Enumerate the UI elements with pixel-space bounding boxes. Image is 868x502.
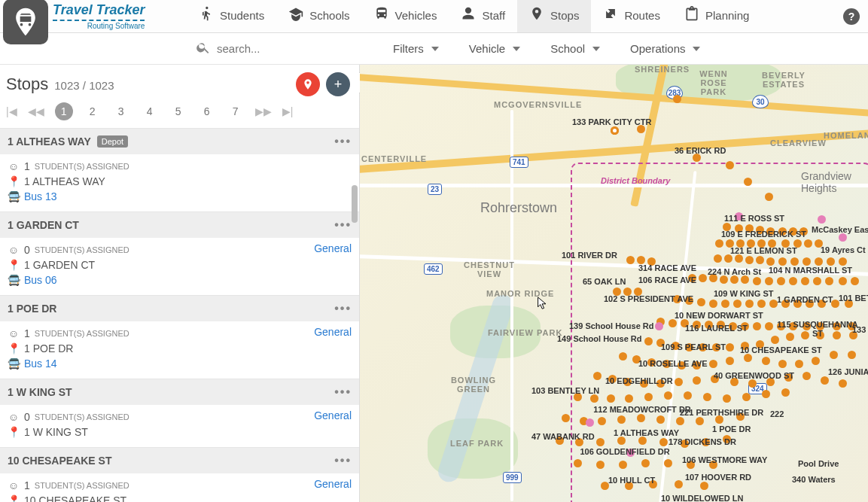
stop-pin-alt[interactable] <box>586 418 594 427</box>
stop-pin[interactable] <box>790 257 799 266</box>
stop-pin[interactable] <box>827 257 835 266</box>
stop-pin[interactable] <box>676 417 684 425</box>
stop-pin-alt[interactable] <box>818 215 826 224</box>
stop-pin[interactable] <box>748 379 757 388</box>
stop-pin[interactable] <box>684 391 692 400</box>
page-prev-icon[interactable]: ◀◀ <box>28 105 44 117</box>
locate-button[interactable] <box>296 72 320 96</box>
stop-pin[interactable] <box>673 95 681 103</box>
stop-item[interactable]: 1 ALTHEAS WAYDepot•••☺1 STUDENT(S) ASSIG… <box>0 128 359 211</box>
stop-pin[interactable] <box>669 319 677 327</box>
stop-menu-icon[interactable]: ••• <box>334 218 352 232</box>
stop-pin[interactable] <box>803 372 811 380</box>
stop-pin[interactable] <box>644 393 653 401</box>
page-5[interactable]: 5 <box>169 102 187 120</box>
stop-menu-icon[interactable]: ••• <box>334 385 352 399</box>
stop-pin[interactable] <box>693 376 701 385</box>
stop-pin[interactable] <box>745 300 754 308</box>
page-first-icon[interactable]: |◀ <box>6 105 17 117</box>
stop-pin[interactable] <box>733 300 742 308</box>
stop-pin[interactable] <box>709 300 717 308</box>
stop-pin-alt[interactable] <box>839 233 847 242</box>
stop-pin[interactable] <box>562 414 570 422</box>
stop-pin[interactable] <box>789 277 797 285</box>
stop-pin[interactable] <box>795 360 803 368</box>
stop-pin[interactable] <box>593 372 602 380</box>
page-7[interactable]: 7 <box>227 102 245 120</box>
stop-pin[interactable] <box>664 459 672 467</box>
stop-pin[interactable] <box>626 256 635 264</box>
help-button[interactable]: ? <box>835 0 868 32</box>
page-4[interactable]: 4 <box>141 102 159 120</box>
stop-pin[interactable] <box>596 438 605 446</box>
stop-item[interactable]: 1 POE DR•••General☺1 STUDENT(S) ASSIGNED… <box>0 295 359 379</box>
bus-link[interactable]: Bus 14 <box>24 357 57 370</box>
stop-pin[interactable] <box>644 337 653 345</box>
page-3[interactable]: 3 <box>112 102 130 120</box>
stop-pin[interactable] <box>762 357 770 365</box>
stop-pin[interactable] <box>821 376 829 385</box>
stop-pin[interactable] <box>723 394 731 403</box>
stop-pin[interactable] <box>625 394 633 403</box>
stop-pin[interactable] <box>598 417 606 425</box>
stop-pin[interactable] <box>753 322 761 330</box>
nav-students[interactable]: Students <box>187 0 276 32</box>
stop-pin[interactable] <box>641 459 650 467</box>
stop-pin[interactable] <box>696 417 704 425</box>
scrollbar-thumb[interactable] <box>352 185 358 223</box>
nav-schools[interactable]: Schools <box>276 0 361 32</box>
search-input[interactable] <box>217 42 330 55</box>
stop-pin[interactable] <box>720 275 728 284</box>
add-stop-button[interactable]: + <box>326 72 350 96</box>
stop-pin[interactable] <box>742 393 751 401</box>
stop-pin[interactable] <box>596 461 605 469</box>
map-canvas[interactable]: RohrerstownSHREINERSWENN ROSE PARKBEVERL… <box>360 65 868 502</box>
stop-pin[interactable] <box>675 378 683 386</box>
stop-item[interactable]: 1 GARDEN CT•••General☺0 STUDENT(S) ASSIG… <box>0 211 359 295</box>
stop-pin[interactable] <box>741 275 749 284</box>
stop-pin[interactable] <box>715 239 723 248</box>
stop-menu-icon[interactable]: ••• <box>334 454 352 467</box>
stop-item[interactable]: 1 W KING ST•••General☺0 STUDENT(S) ASSIG… <box>0 379 359 447</box>
stop-menu-icon[interactable]: ••• <box>334 135 352 148</box>
stop-pin[interactable] <box>730 275 739 284</box>
stop-pin[interactable] <box>619 352 627 361</box>
stop-pin[interactable] <box>656 415 665 424</box>
stop-pin[interactable] <box>777 277 785 285</box>
filter-operations[interactable]: Operations <box>615 42 715 55</box>
stop-pin[interactable] <box>839 257 847 266</box>
search-box[interactable] <box>190 40 355 58</box>
stop-pin[interactable] <box>726 357 734 365</box>
stop-pin[interactable] <box>714 254 722 263</box>
filter-vehicle[interactable]: Vehicle <box>454 42 535 55</box>
stop-pin[interactable] <box>801 277 809 285</box>
nav-stops[interactable]: Stops <box>517 0 591 32</box>
stop-pin-selected[interactable] <box>611 126 619 135</box>
stop-pin[interactable] <box>617 415 626 424</box>
stop-pin[interactable] <box>726 161 734 169</box>
page-6[interactable]: 6 <box>198 102 216 120</box>
stop-pin[interactable] <box>619 461 627 469</box>
stop-pin[interactable] <box>756 256 764 264</box>
stop-pin[interactable] <box>765 193 773 201</box>
stop-pin[interactable] <box>778 360 787 368</box>
stop-pin[interactable] <box>766 257 775 266</box>
stop-pin[interactable] <box>744 178 752 186</box>
stop-pin[interactable] <box>825 277 833 285</box>
stop-pin[interactable] <box>659 438 668 446</box>
stop-pin[interactable] <box>699 274 707 282</box>
bus-link[interactable]: Bus 06 <box>24 274 57 286</box>
stop-pin[interactable] <box>778 257 787 266</box>
nav-staff[interactable]: Staff <box>449 0 517 32</box>
stop-pin[interactable] <box>765 277 773 285</box>
filter-filters[interactable]: Filters <box>378 42 454 55</box>
page-2[interactable]: 2 <box>84 102 102 120</box>
stop-pin[interactable] <box>745 256 754 264</box>
filter-school[interactable]: School <box>535 42 615 55</box>
stop-pin[interactable] <box>574 459 582 467</box>
stop-pin[interactable] <box>697 298 705 306</box>
stop-menu-icon[interactable]: ••• <box>334 302 352 315</box>
stop-pin[interactable] <box>851 277 859 285</box>
stop-pin[interactable] <box>848 351 856 359</box>
stop-pin[interactable] <box>744 354 752 362</box>
